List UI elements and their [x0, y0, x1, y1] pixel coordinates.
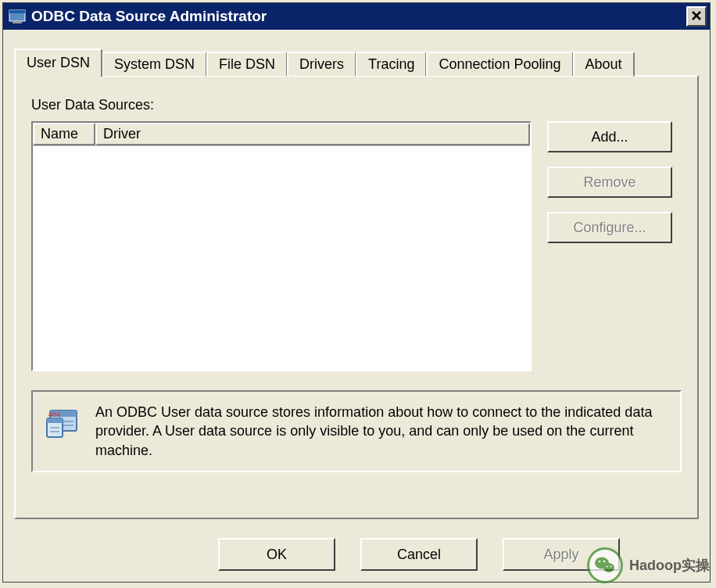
side-buttons: Add... Remove Configure... [547, 121, 672, 371]
watermark-text: Hadoop实操 [629, 556, 710, 575]
tab-drivers[interactable]: Drivers [287, 52, 356, 77]
tab-system-dsn[interactable]: System DSN [102, 52, 207, 77]
list-header-row: Name Driver [33, 123, 530, 146]
tab-user-dsn[interactable]: User DSN [14, 48, 102, 77]
svg-text:404: 404 [48, 411, 60, 418]
close-icon [691, 9, 702, 25]
tab-about[interactable]: About [573, 52, 635, 77]
svg-point-14 [599, 561, 601, 563]
configure-button: Configure... [547, 212, 672, 243]
tab-file-dsn[interactable]: File DSN [206, 52, 288, 77]
window-icon [8, 7, 27, 26]
client-area: User DSN System DSN File DSN Drivers Tra… [3, 30, 710, 571]
titlebar: ODBC Data Source Administrator [3, 3, 710, 30]
column-driver[interactable]: Driver [95, 123, 530, 145]
svg-rect-8 [47, 418, 63, 423]
svg-point-17 [610, 566, 612, 568]
datasource-icon: 404 [44, 404, 81, 442]
wechat-icon [587, 547, 623, 583]
tab-connection-pooling[interactable]: Connection Pooling [426, 52, 573, 77]
remove-button: Remove [547, 167, 672, 198]
ok-button[interactable]: OK [218, 538, 335, 571]
svg-point-15 [603, 561, 606, 563]
window-title: ODBC Data Source Administrator [31, 8, 686, 25]
add-button[interactable]: Add... [547, 121, 672, 152]
info-box: 404 An ODBC User data source stores info… [31, 390, 682, 472]
svg-rect-2 [13, 21, 22, 23]
tab-strip: User DSN System DSN File DSN Drivers Tra… [14, 50, 699, 77]
close-button[interactable] [686, 6, 707, 27]
window: ODBC Data Source Administrator User DSN … [2, 2, 711, 583]
svg-point-16 [607, 566, 608, 568]
svg-rect-1 [9, 10, 25, 13]
tab-tracing[interactable]: Tracing [356, 52, 427, 77]
user-data-sources-label: User Data Sources: [31, 97, 682, 113]
column-name[interactable]: Name [33, 123, 95, 145]
user-data-sources-list[interactable]: Name Driver [31, 121, 532, 371]
tab-panel-user-dsn: User Data Sources: Name Driver Add... Re… [14, 75, 699, 519]
cancel-button[interactable]: Cancel [360, 538, 478, 571]
info-text: An ODBC User data source stores informat… [95, 403, 669, 460]
watermark: Hadoop实操 [587, 547, 710, 583]
svg-point-13 [603, 563, 614, 572]
